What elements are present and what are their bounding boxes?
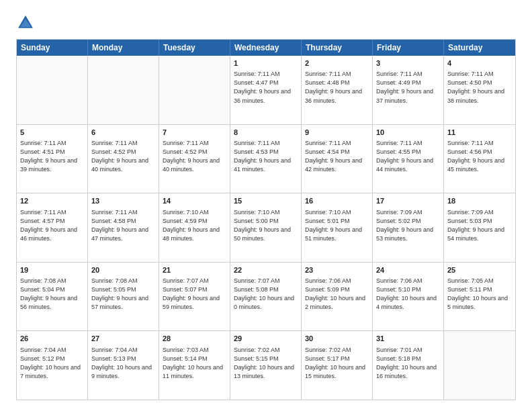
calendar-header: SundayMondayTuesdayWednesdayThursdayFrid… (17, 40, 515, 56)
weekday-header-sunday: Sunday (17, 40, 88, 56)
cell-info: Sunrise: 7:11 AM Sunset: 4:50 PM Dayligh… (447, 70, 512, 105)
day-cell-26: 26Sunrise: 7:04 AM Sunset: 5:12 PM Dayli… (17, 331, 88, 400)
day-cell-6: 6Sunrise: 7:11 AM Sunset: 4:52 PM Daylig… (88, 125, 159, 193)
day-cell-empty-0-0 (17, 56, 88, 124)
day-number: 1 (234, 58, 298, 68)
cell-info: Sunrise: 7:11 AM Sunset: 4:52 PM Dayligh… (91, 139, 155, 174)
calendar-row-2: 12Sunrise: 7:11 AM Sunset: 4:57 PM Dayli… (17, 193, 515, 262)
cell-info: Sunrise: 7:11 AM Sunset: 4:58 PM Dayligh… (91, 208, 155, 243)
cell-info: Sunrise: 7:11 AM Sunset: 4:48 PM Dayligh… (305, 70, 369, 105)
day-cell-28: 28Sunrise: 7:03 AM Sunset: 5:14 PM Dayli… (159, 331, 230, 400)
weekday-header-thursday: Thursday (302, 40, 373, 56)
calendar: SundayMondayTuesdayWednesdayThursdayFrid… (16, 39, 516, 400)
cell-info: Sunrise: 7:11 AM Sunset: 4:52 PM Dayligh… (163, 139, 226, 174)
cell-info: Sunrise: 7:05 AM Sunset: 5:11 PM Dayligh… (447, 277, 512, 312)
day-number: 17 (376, 196, 440, 206)
cell-info: Sunrise: 7:03 AM Sunset: 5:14 PM Dayligh… (163, 346, 226, 381)
cell-info: Sunrise: 7:07 AM Sunset: 5:08 PM Dayligh… (234, 277, 298, 312)
day-number: 28 (163, 334, 226, 344)
day-cell-11: 11Sunrise: 7:11 AM Sunset: 4:56 PM Dayli… (444, 125, 515, 193)
cell-info: Sunrise: 7:08 AM Sunset: 5:05 PM Dayligh… (91, 277, 155, 312)
cell-info: Sunrise: 7:11 AM Sunset: 4:54 PM Dayligh… (305, 139, 369, 174)
cell-info: Sunrise: 7:11 AM Sunset: 4:56 PM Dayligh… (447, 139, 512, 174)
cell-info: Sunrise: 7:08 AM Sunset: 5:04 PM Dayligh… (20, 277, 84, 312)
cell-info: Sunrise: 7:07 AM Sunset: 5:07 PM Dayligh… (163, 277, 226, 312)
day-cell-27: 27Sunrise: 7:04 AM Sunset: 5:13 PM Dayli… (88, 331, 159, 400)
day-cell-29: 29Sunrise: 7:02 AM Sunset: 5:15 PM Dayli… (230, 331, 302, 400)
day-cell-8: 8Sunrise: 7:11 AM Sunset: 4:53 PM Daylig… (230, 125, 302, 193)
day-cell-3: 3Sunrise: 7:11 AM Sunset: 4:49 PM Daylig… (373, 56, 444, 124)
day-number: 26 (20, 334, 84, 344)
day-cell-7: 7Sunrise: 7:11 AM Sunset: 4:52 PM Daylig… (159, 125, 230, 193)
day-cell-1: 1Sunrise: 7:11 AM Sunset: 4:47 PM Daylig… (230, 56, 302, 124)
cell-info: Sunrise: 7:04 AM Sunset: 5:13 PM Dayligh… (91, 346, 155, 381)
day-cell-9: 9Sunrise: 7:11 AM Sunset: 4:54 PM Daylig… (302, 125, 373, 193)
day-number: 23 (305, 265, 369, 275)
cell-info: Sunrise: 7:11 AM Sunset: 4:47 PM Dayligh… (234, 70, 298, 105)
day-cell-25: 25Sunrise: 7:05 AM Sunset: 5:11 PM Dayli… (444, 263, 515, 331)
day-number: 9 (305, 128, 369, 138)
day-number: 27 (91, 334, 155, 344)
day-number: 25 (447, 265, 512, 275)
day-cell-13: 13Sunrise: 7:11 AM Sunset: 4:58 PM Dayli… (88, 193, 159, 262)
day-number: 8 (234, 128, 298, 138)
cell-info: Sunrise: 7:04 AM Sunset: 5:12 PM Dayligh… (20, 346, 84, 381)
day-number: 30 (305, 334, 369, 344)
cell-info: Sunrise: 7:09 AM Sunset: 5:02 PM Dayligh… (376, 208, 440, 243)
day-number: 5 (20, 128, 84, 138)
day-number: 24 (376, 265, 440, 275)
day-cell-22: 22Sunrise: 7:07 AM Sunset: 5:08 PM Dayli… (230, 263, 302, 331)
weekday-header-wednesday: Wednesday (230, 40, 302, 56)
day-cell-15: 15Sunrise: 7:10 AM Sunset: 5:00 PM Dayli… (230, 193, 302, 262)
day-number: 11 (447, 128, 512, 138)
day-cell-21: 21Sunrise: 7:07 AM Sunset: 5:07 PM Dayli… (159, 263, 230, 331)
day-cell-24: 24Sunrise: 7:06 AM Sunset: 5:10 PM Dayli… (373, 263, 444, 331)
day-cell-5: 5Sunrise: 7:11 AM Sunset: 4:51 PM Daylig… (17, 125, 88, 193)
calendar-row-0: 1Sunrise: 7:11 AM Sunset: 4:47 PM Daylig… (17, 56, 515, 124)
day-number: 20 (91, 265, 155, 275)
cell-info: Sunrise: 7:11 AM Sunset: 4:53 PM Dayligh… (234, 139, 298, 174)
day-cell-empty-4-6 (444, 331, 515, 400)
day-number: 22 (234, 265, 298, 275)
day-number: 6 (91, 128, 155, 138)
calendar-body: 1Sunrise: 7:11 AM Sunset: 4:47 PM Daylig… (17, 56, 515, 400)
day-number: 7 (163, 128, 226, 138)
logo (16, 13, 38, 32)
page: SundayMondayTuesdayWednesdayThursdayFrid… (0, 0, 532, 411)
header (16, 13, 516, 32)
weekday-header-tuesday: Tuesday (159, 40, 230, 56)
day-number: 15 (234, 196, 298, 206)
cell-info: Sunrise: 7:10 AM Sunset: 4:59 PM Dayligh… (163, 208, 226, 243)
day-number: 31 (376, 334, 440, 344)
cell-info: Sunrise: 7:06 AM Sunset: 5:09 PM Dayligh… (305, 277, 369, 312)
cell-info: Sunrise: 7:10 AM Sunset: 5:00 PM Dayligh… (234, 208, 298, 243)
cell-info: Sunrise: 7:11 AM Sunset: 4:51 PM Dayligh… (20, 139, 84, 174)
day-cell-14: 14Sunrise: 7:10 AM Sunset: 4:59 PM Dayli… (159, 193, 230, 262)
cell-info: Sunrise: 7:11 AM Sunset: 4:57 PM Dayligh… (20, 208, 84, 243)
day-cell-31: 31Sunrise: 7:01 AM Sunset: 5:18 PM Dayli… (373, 331, 444, 400)
day-number: 14 (163, 196, 226, 206)
day-cell-19: 19Sunrise: 7:08 AM Sunset: 5:04 PM Dayli… (17, 263, 88, 331)
day-number: 3 (376, 58, 440, 68)
day-cell-16: 16Sunrise: 7:10 AM Sunset: 5:01 PM Dayli… (302, 193, 373, 262)
day-cell-2: 2Sunrise: 7:11 AM Sunset: 4:48 PM Daylig… (302, 56, 373, 124)
day-number: 19 (20, 265, 84, 275)
cell-info: Sunrise: 7:11 AM Sunset: 4:55 PM Dayligh… (376, 139, 440, 174)
day-cell-empty-0-2 (159, 56, 230, 124)
cell-info: Sunrise: 7:06 AM Sunset: 5:10 PM Dayligh… (376, 277, 440, 312)
day-number: 10 (376, 128, 440, 138)
day-number: 4 (447, 58, 512, 68)
day-number: 13 (91, 196, 155, 206)
day-number: 18 (447, 196, 512, 206)
cell-info: Sunrise: 7:02 AM Sunset: 5:17 PM Dayligh… (305, 346, 369, 381)
day-number: 2 (305, 58, 369, 68)
weekday-header-saturday: Saturday (444, 40, 515, 56)
day-cell-17: 17Sunrise: 7:09 AM Sunset: 5:02 PM Dayli… (373, 193, 444, 262)
logo-icon (16, 13, 35, 32)
day-number: 12 (20, 196, 84, 206)
day-cell-12: 12Sunrise: 7:11 AM Sunset: 4:57 PM Dayli… (17, 193, 88, 262)
cell-info: Sunrise: 7:02 AM Sunset: 5:15 PM Dayligh… (234, 346, 298, 381)
cell-info: Sunrise: 7:11 AM Sunset: 4:49 PM Dayligh… (376, 70, 440, 105)
day-cell-4: 4Sunrise: 7:11 AM Sunset: 4:50 PM Daylig… (444, 56, 515, 124)
day-number: 21 (163, 265, 226, 275)
